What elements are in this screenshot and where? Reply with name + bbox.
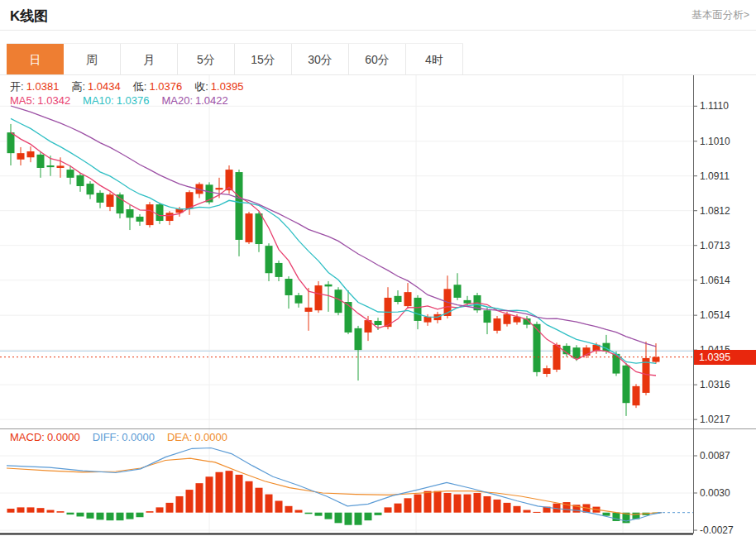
stat-item: 低:1.0376 <box>133 79 184 94</box>
macd-panel <box>7 448 693 525</box>
stat-item: MACD:0.0000 <box>10 431 83 443</box>
axis-tick-label: 1.1010 <box>700 136 730 147</box>
ma10-line <box>11 118 656 363</box>
ma5-line <box>11 132 656 376</box>
stat-value: 1.0422 <box>195 94 228 107</box>
stat-item: 开:1.0381 <box>10 79 61 94</box>
stat-label: MA20: <box>161 94 193 107</box>
tab-15min[interactable]: 15分 <box>235 44 292 75</box>
stat-value: 1.0376 <box>117 94 150 107</box>
stat-item: 收:1.0395 <box>194 79 246 94</box>
tab-day[interactable]: 日 <box>7 44 64 75</box>
stat-label: DEA: <box>167 431 192 443</box>
axis-tick-label: 1.0514 <box>700 309 730 321</box>
tab-month[interactable]: 月 <box>121 44 178 75</box>
candles <box>7 124 660 416</box>
stat-item: MA5:1.0342 <box>10 94 73 107</box>
current-price-badge: 1.0395 <box>694 350 756 365</box>
axis-tick-label: 1.1110 <box>700 100 729 112</box>
axis-tick-label: 1.0217 <box>700 414 730 425</box>
tab-30min[interactable]: 30分 <box>292 44 349 75</box>
tab-5min[interactable]: 5分 <box>178 44 235 75</box>
stat-value: 0.0000 <box>194 431 227 443</box>
stat-value: 0.0000 <box>122 431 155 443</box>
tab-bar-border <box>0 74 756 75</box>
macd-row: MACD:0.0000DIFF:0.0000DEA:0.0000 <box>10 431 240 443</box>
stat-value: 1.0434 <box>88 80 121 93</box>
axis-tick-label: 1.0911 <box>700 170 730 182</box>
axis-tick-label: 1.0812 <box>700 205 730 217</box>
axis-tick-label: 1.0614 <box>700 275 730 286</box>
stat-item: DIFF:0.0000 <box>93 431 157 443</box>
tab-4hour[interactable]: 4时 <box>406 44 463 75</box>
stat-item: 高:1.0434 <box>71 79 122 94</box>
axis-tick-label: 1.0713 <box>700 240 730 251</box>
stat-value: 1.0376 <box>149 80 182 93</box>
ohlc-row: 开:1.0381高:1.0434低:1.0376收:1.0395 <box>10 79 256 94</box>
axis-tick-label: -0.0027 <box>700 524 734 536</box>
stat-label: 开: <box>10 80 24 93</box>
stat-label: 低: <box>133 80 147 93</box>
axis-tick-label: 0.0087 <box>700 450 730 462</box>
stat-label: MA10: <box>83 94 114 107</box>
ma-row: MA5:1.0342MA10:1.0376MA20:1.0422 <box>10 94 241 107</box>
stat-value: 0.0000 <box>47 431 80 443</box>
tab-week[interactable]: 周 <box>64 44 121 75</box>
stat-label: DIFF: <box>93 431 120 443</box>
tab-60min[interactable]: 60分 <box>349 44 406 75</box>
kline-module: K线图 基本面分析> 1.11101.10101.09111.08121.071… <box>0 0 756 536</box>
tab-bar: 日周月5分15分30分60分4时 <box>7 43 463 75</box>
stat-label: 收: <box>194 80 208 93</box>
stat-label: MA5: <box>10 94 35 107</box>
stat-item: MA20:1.0422 <box>161 94 230 107</box>
stat-value: 1.0342 <box>37 94 70 107</box>
axis-tick-label: 1.0316 <box>700 379 730 390</box>
stat-item: DEA:0.0000 <box>167 431 230 443</box>
stat-value: 1.0381 <box>26 80 60 93</box>
stat-value: 1.0395 <box>211 80 244 93</box>
stat-label: MACD: <box>10 431 45 443</box>
axis-tick-label: 0.0030 <box>700 487 730 499</box>
stat-label: 高: <box>71 80 85 93</box>
axis-labels: 1.11101.10101.09111.08121.07131.06141.05… <box>693 100 734 536</box>
stat-item: MA10:1.0376 <box>83 94 151 107</box>
ma20-line <box>11 106 656 347</box>
